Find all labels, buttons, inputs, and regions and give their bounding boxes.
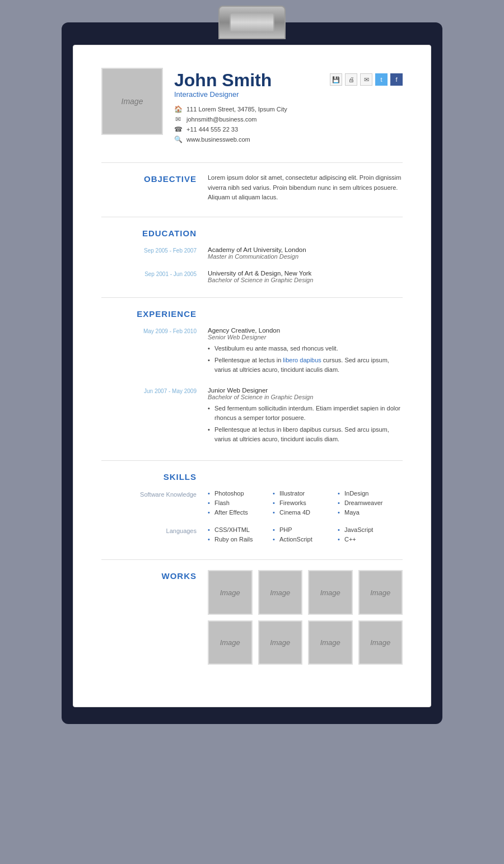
header-job-title: Interactive Designer [174, 90, 272, 99]
resume-paper: Image John Smith Interactive Designer 💾 … [73, 45, 431, 707]
experience-label: EXPERIENCE [137, 309, 197, 319]
works-label: WORKS [162, 571, 197, 581]
work-image-4[interactable]: Image [358, 570, 403, 615]
divider-4 [101, 460, 403, 461]
skill-ruby: Ruby on Rails [208, 536, 273, 543]
edu-date-1: Sep 2005 - Feb 2007 [101, 246, 208, 260]
work-image-1[interactable]: Image [208, 570, 253, 615]
skill-maya: Maya [338, 509, 403, 516]
header-name: John Smith [174, 71, 272, 90]
exp-content-1: Agency Creative, London Senior Web Desig… [208, 327, 403, 377]
edu-date-2: Sep 2001 - Jun 2005 [101, 270, 208, 283]
skill-php: PHP [273, 526, 338, 533]
works-content: Image Image Image Image Image Image Imag… [208, 570, 403, 665]
skill-dreamweaver: Dreamweaver [338, 499, 403, 506]
education-label: EDUCATION [142, 228, 197, 238]
works-grid: Image Image Image Image Image Image Imag… [208, 570, 403, 665]
education-item-1: Sep 2005 - Feb 2007 Academy of Art Unive… [101, 246, 403, 260]
contact-email: ✉ johnsmith@business.com [174, 115, 403, 123]
exp-content-2: Junior Web Designer Bachelor of Science … [208, 387, 403, 446]
skill-cpp: C++ [338, 536, 403, 543]
print-icon[interactable]: 🖨 [345, 73, 357, 86]
exp-bullet-1-2: Pellentesque at lectus in libero dapibus… [208, 356, 403, 374]
work-image-6[interactable]: Image [258, 620, 303, 665]
skills-software-columns: Photoshop Flash After Effects Illustrato… [208, 490, 403, 519]
skill-col-3: InDesign Dreamweaver Maya [338, 490, 403, 519]
skill-photoshop: Photoshop [208, 490, 273, 497]
lang-col-1: CSS/XHTML Ruby on Rails [208, 526, 273, 545]
skill-css: CSS/XHTML [208, 526, 273, 533]
skills-languages-label: Languages [101, 526, 208, 545]
clipboard: Image John Smith Interactive Designer 💾 … [62, 22, 442, 724]
clipboard-clip [218, 6, 286, 39]
exp-date-2: Jun 2007 - May 2009 [101, 387, 208, 446]
email-icon[interactable]: ✉ [360, 73, 372, 86]
skills-languages-row: Languages CSS/XHTML Ruby on Rails PHP Ac… [101, 526, 403, 545]
work-image-5[interactable]: Image [208, 620, 253, 665]
social-icons-group: 💾 🖨 ✉ t f [330, 71, 403, 86]
divider-3 [101, 297, 403, 298]
divider-2 [101, 217, 403, 217]
website-icon: 🔍 [174, 136, 182, 143]
experience-item-1: May 2009 - Feb 2010 Agency Creative, Lon… [101, 327, 403, 377]
education-section: EDUCATION Sep 2005 - Feb 2007 Academy of… [101, 227, 403, 283]
save-icon[interactable]: 💾 [330, 73, 342, 86]
exp-link[interactable]: libero dapibus [283, 357, 321, 363]
skill-fireworks: Fireworks [273, 499, 338, 506]
experience-item-2: Jun 2007 - May 2009 Junior Web Designer … [101, 387, 403, 446]
lang-col-3: JavaScript C++ [338, 526, 403, 545]
skill-illustrator: Illustrator [273, 490, 338, 497]
contact-website: 🔍 www.businessweb.com [174, 136, 403, 143]
skills-software-label: Software Knowledge [101, 490, 208, 519]
clipboard-clip-inner [230, 12, 274, 32]
phone-icon: ☎ [174, 125, 182, 133]
divider-5 [101, 559, 403, 560]
skill-col-1: Photoshop Flash After Effects [208, 490, 273, 519]
objective-section: OBJECTIVE Lorem ipsum dolor sit amet, co… [101, 173, 403, 203]
objective-text: Lorem ipsum dolor sit amet, consectetur … [208, 173, 403, 203]
exp-bullet-2-2: Pellentesque at lectus in libero dapibus… [208, 425, 403, 443]
objective-label: OBJECTIVE [144, 174, 197, 184]
skill-aftereffects: After Effects [208, 509, 273, 516]
skill-javascript: JavaScript [338, 526, 403, 533]
skill-col-2: Illustrator Fireworks Cinema 4D [273, 490, 338, 519]
exp-bullet-1-1: Vestibulum eu ante massa, sed rhoncus ve… [208, 344, 403, 353]
header-info: John Smith Interactive Designer 💾 🖨 ✉ t … [174, 68, 403, 146]
header-section: Image John Smith Interactive Designer 💾 … [101, 68, 403, 146]
work-image-8[interactable]: Image [358, 620, 403, 665]
exp-bullet-2-1: Sed fermentum sollicitudin interdum. Eti… [208, 404, 403, 422]
skill-indesign: InDesign [338, 490, 403, 497]
skills-languages-columns: CSS/XHTML Ruby on Rails PHP ActionScript… [208, 526, 403, 545]
email-contact-icon: ✉ [174, 115, 182, 123]
exp-date-1: May 2009 - Feb 2010 [101, 327, 208, 377]
edu-content-2: University of Art & Design, New York Bac… [208, 270, 403, 283]
profile-image: Image [101, 68, 163, 135]
contact-address: 🏠 111 Lorem Street, 34785, Ipsum City [174, 105, 403, 113]
skills-label: SKILLS [164, 472, 197, 482]
contact-phone: ☎ +11 444 555 22 33 [174, 125, 403, 133]
skills-section: SKILLS Software Knowledge Photoshop Flas… [101, 471, 403, 545]
works-section: WORKS Image Image Image Image Image Imag… [101, 570, 403, 665]
skill-actionscript: ActionScript [273, 536, 338, 543]
skill-flash: Flash [208, 499, 273, 506]
experience-section: EXPERIENCE May 2009 - Feb 2010 Agency Cr… [101, 308, 403, 447]
edu-content-1: Academy of Art University, London Master… [208, 246, 403, 260]
address-icon: 🏠 [174, 105, 182, 113]
divider-1 [101, 162, 403, 163]
lang-col-2: PHP ActionScript [273, 526, 338, 545]
work-image-3[interactable]: Image [308, 570, 353, 615]
skill-cinema4d: Cinema 4D [273, 509, 338, 516]
education-item-2: Sep 2001 - Jun 2005 University of Art & … [101, 270, 403, 283]
twitter-icon[interactable]: t [375, 73, 388, 86]
work-image-2[interactable]: Image [258, 570, 303, 615]
skills-software-row: Software Knowledge Photoshop Flash After… [101, 490, 403, 519]
work-image-7[interactable]: Image [308, 620, 353, 665]
facebook-icon[interactable]: f [390, 73, 403, 86]
